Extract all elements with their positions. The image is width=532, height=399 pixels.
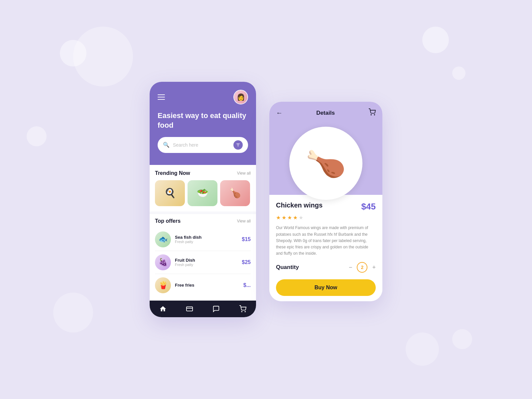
offer-sub-2: Fresh patty (175, 263, 238, 267)
product-header: Chicken wings $45 (276, 201, 376, 212)
food-hero-image: 🍗 (289, 127, 362, 200)
search-bar[interactable]: 🔍 Search here (158, 137, 248, 153)
phone2-body: Chicken wings $45 ★ ★ ★ ★ ★ Our World Fa… (269, 195, 382, 301)
offer-name-3: Free fries (175, 283, 239, 288)
star-5: ★ (299, 214, 303, 221)
phone2-header: ← Details 🍗 (269, 102, 382, 195)
trending-cards: 🍳 🥗 🍗 (155, 180, 251, 209)
quantity-row: Quantity − 2 + (276, 262, 376, 273)
phone2-topbar: ← Details (276, 108, 376, 117)
nav-home[interactable] (159, 305, 167, 313)
phones-container: 👩 Easiest way to eat quality food 🔍 Sear… (150, 82, 382, 317)
nav-chat[interactable] (212, 305, 220, 313)
hamburger-menu-icon[interactable] (158, 94, 165, 100)
offers-view-all[interactable]: View all (237, 219, 251, 223)
offer-name-2: Fruit Dish (175, 258, 238, 263)
svg-point-6 (245, 311, 245, 312)
offer-item-1[interactable]: 🐟 Sea fish dish Fresh patty $15 (155, 228, 251, 251)
quantity-decrease-button[interactable]: − (349, 264, 352, 271)
offer-price-3: $... (243, 282, 251, 288)
quantity-increase-button[interactable]: + (372, 264, 376, 271)
trending-item-1[interactable]: 🍳 (155, 180, 185, 206)
svg-rect-3 (187, 307, 193, 311)
trending-header: Trending Now View all (155, 170, 251, 176)
trending-food-image-3: 🍗 (220, 180, 250, 206)
trending-section: Trending Now View all 🍳 🥗 🍗 (150, 165, 256, 211)
trending-item-2[interactable]: 🥗 (188, 180, 217, 206)
trending-food-image-2: 🥗 (188, 180, 217, 206)
offer-item-3[interactable]: 🍟 Free fries $... (155, 274, 251, 297)
quantity-controls: − 2 + (349, 262, 376, 273)
cart-icon[interactable] (368, 108, 376, 117)
phone1-topbar: 👩 (158, 90, 248, 104)
phone1-body: Trending Now View all 🍳 🥗 🍗 (150, 165, 256, 301)
star-1: ★ (276, 214, 281, 221)
star-3: ★ (287, 214, 292, 221)
svg-point-5 (241, 311, 242, 312)
star-2: ★ (282, 214, 286, 221)
product-description: Our World Famous wings are made with pre… (276, 225, 376, 257)
quantity-value: 2 (357, 262, 367, 273)
avatar-image: 👩 (234, 90, 247, 104)
offer-image-1: 🐟 (155, 231, 171, 247)
app-tagline: Easiest way to eat quality food (158, 111, 248, 130)
back-button[interactable]: ← (276, 109, 283, 117)
search-icon: 🔍 (163, 142, 170, 148)
offer-sub-1: Fresh patty (175, 240, 238, 244)
nav-cart[interactable] (239, 305, 246, 313)
offer-price-1: $15 (242, 236, 251, 242)
offer-image-3: 🍟 (155, 277, 171, 293)
offer-info-2: Fruit Dish Fresh patty (175, 258, 238, 267)
quantity-label: Quantity (276, 264, 299, 271)
offers-header: Top offers View all (155, 218, 251, 224)
top-offers-section: Top offers View all 🐟 Sea fish dish Fres… (150, 214, 256, 301)
phone2: ← Details 🍗 Chicken wings $45 ★ ★ ★ (269, 102, 382, 301)
buy-now-button[interactable]: Buy Now (276, 279, 376, 296)
offers-title: Top offers (155, 218, 181, 224)
bottom-nav (150, 301, 256, 317)
offer-info-3: Free fries (175, 283, 239, 288)
phone1: 👩 Easiest way to eat quality food 🔍 Sear… (150, 82, 256, 317)
offer-image-2: 🍇 (155, 254, 171, 270)
avatar[interactable]: 👩 (233, 90, 248, 104)
star-4: ★ (293, 214, 298, 221)
offer-name-1: Sea fish dish (175, 235, 238, 240)
offer-info-1: Sea fish dish Fresh patty (175, 235, 238, 244)
trending-item-3[interactable]: 🍗 (220, 180, 250, 206)
trending-view-all[interactable]: View all (237, 171, 251, 176)
stars-rating: ★ ★ ★ ★ ★ (276, 214, 376, 221)
filter-icon[interactable] (233, 140, 243, 150)
details-page-title: Details (316, 110, 335, 116)
nav-wallet[interactable] (186, 305, 193, 313)
phone1-header: 👩 Easiest way to eat quality food 🔍 Sear… (150, 82, 256, 165)
svg-point-7 (371, 115, 371, 115)
product-name: Chicken wings (276, 201, 323, 209)
offer-price-2: $25 (242, 259, 251, 265)
search-placeholder: Search here (173, 142, 230, 148)
offer-item-2[interactable]: 🍇 Fruit Dish Fresh patty $25 (155, 251, 251, 274)
trending-title: Trending Now (155, 170, 190, 176)
product-price: $45 (361, 201, 376, 212)
svg-point-8 (374, 115, 375, 115)
trending-food-image-1: 🍳 (155, 180, 185, 206)
